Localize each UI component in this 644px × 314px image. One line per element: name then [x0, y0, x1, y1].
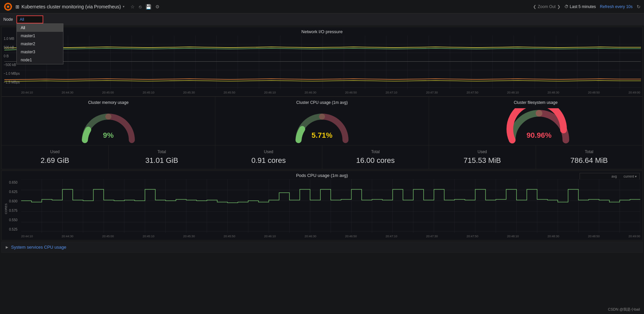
- cpu-gauge-value: 5.71%: [312, 131, 332, 139]
- mem-used-cell: Used 2.69 GiB: [2, 145, 109, 169]
- cpu-used-label: Used: [219, 149, 319, 154]
- node-label: Node: [3, 17, 13, 22]
- share-icon[interactable]: ⎋: [139, 4, 142, 9]
- filesystem-gauge-svg: 90.96%: [505, 108, 573, 145]
- network-chart-area: 1.0 MB 500 kB 0 B −500 kB −1.0 MBps −1.5…: [4, 36, 640, 90]
- collapse-icon: ▶: [6, 245, 8, 249]
- memory-gauge-title: Cluster memory usage: [88, 100, 129, 105]
- fs-total-value: 786.64 MiB: [539, 156, 639, 165]
- cpu-gauge-title: Cluster CPU usage (1m avg): [296, 100, 347, 105]
- y-label-neg1mb: −1.0 MBps: [4, 72, 20, 75]
- time-range-label: Last 5 minutes: [570, 4, 596, 9]
- memory-gauge-container: 9%: [78, 108, 139, 142]
- fs-total-cell: Total 786.64 MiB: [536, 145, 643, 169]
- mem-used-label: Used: [5, 149, 105, 154]
- time-range-picker[interactable]: ⏱ Last 5 minutes: [565, 4, 596, 9]
- fs-total-label: Total: [539, 149, 639, 154]
- mem-used-value: 2.69 GiB: [5, 156, 105, 165]
- refresh-icon[interactable]: ↻: [637, 4, 641, 9]
- node-dropdown-menu: All master1 master2 master3 node1: [16, 23, 63, 64]
- memory-gauge-panel: Cluster memory usage 9%: [2, 97, 215, 145]
- topbar-icons: ☆ ⎋ 💾 ⚙: [130, 4, 160, 9]
- legend-avg-header: avg: [611, 175, 617, 178]
- dropdown-item-master2[interactable]: master2: [17, 40, 63, 48]
- mem-total-label: Total: [112, 149, 212, 154]
- pods-chart-svg: [21, 179, 640, 233]
- dashboard-title-text: Kubernetes cluster monitoring (via Prome…: [21, 4, 121, 9]
- network-io-panel: Network I/O pressure 1.0 MB 500 kB 0 B −…: [1, 27, 643, 97]
- filesystem-gauge-value: 90.96%: [527, 131, 552, 139]
- zoom-control: ❮ Zoom Out ❯: [533, 4, 560, 9]
- topbar: ⊞ Kubernetes cluster monitoring (via Pro…: [0, 0, 644, 13]
- filesystem-gauge-panel: Cluster filesystem usage 90.96%: [429, 97, 642, 145]
- mem-total-cell: Total 31.01 GiB: [109, 145, 216, 169]
- title-dropdown-arrow: ▾: [123, 5, 124, 8]
- y-label-neg15mb: −1.5 MBps: [4, 80, 20, 84]
- cpu-total-value: 16.00 cores: [326, 156, 426, 165]
- mem-total-value: 31.01 GiB: [112, 156, 212, 165]
- fs-used-label: Used: [432, 149, 532, 154]
- system-services-title: System services CPU usage: [11, 245, 66, 250]
- star-icon[interactable]: ☆: [130, 4, 135, 9]
- pods-x-labels: 20:44:10 20:44:30 20:45:00 20:45:10 20:4…: [21, 235, 640, 238]
- svg-point-45: [301, 127, 304, 131]
- settings-icon[interactable]: ⚙: [155, 4, 160, 9]
- topbar-right: ❮ Zoom Out ❯ ⏱ Last 5 minutes Refresh ev…: [533, 4, 641, 9]
- cpu-gauge-panel: Cluster CPU usage (1m avg) 5.71%: [215, 97, 429, 145]
- cpu-total-label: Total: [326, 149, 426, 154]
- system-services-row[interactable]: ▶ System services CPU usage: [1, 242, 643, 253]
- grid-icon: ⊞: [15, 4, 19, 9]
- dropdown-item-all[interactable]: All: [17, 24, 63, 32]
- legend-current-header[interactable]: current ▾: [624, 175, 637, 178]
- stats-row: Used 2.69 GiB Total 31.01 GiB Used 0.91 …: [1, 145, 643, 169]
- svg-point-2: [7, 5, 9, 8]
- cpu-gauge-svg: 5.71%: [292, 108, 352, 145]
- svg-point-44: [87, 128, 90, 131]
- cpu-gauge-container: 5.71%: [292, 108, 352, 142]
- dropdown-item-node1[interactable]: node1: [17, 56, 63, 64]
- save-icon[interactable]: 💾: [146, 4, 151, 9]
- node-selector-row: Node All All master1 master2 master3 nod…: [0, 13, 644, 25]
- pods-cpu-panel: Pods CPU usage (1m avg) avg current ▾ po…: [1, 171, 643, 240]
- topbar-left: ⊞ Kubernetes cluster monitoring (via Pro…: [3, 2, 533, 11]
- zoom-left-btn[interactable]: ❮: [533, 4, 536, 9]
- grafana-logo[interactable]: [3, 2, 13, 11]
- node-dropdown-wrapper: All All master1 master2 master3 node1: [16, 15, 43, 23]
- fs-used-value: 715.53 MiB: [432, 156, 532, 165]
- cpu-used-value: 0.91 cores: [219, 156, 319, 165]
- pods-chart-inner: 20:44:10 20:44:30 20:45:00 20:45:10 20:4…: [21, 179, 640, 238]
- gauge-row: Cluster memory usage 9% Cluster CPU usag…: [1, 97, 643, 145]
- memory-gauge-svg: 9%: [78, 108, 139, 145]
- cpu-used-cell: Used 0.91 cores: [215, 145, 322, 169]
- pods-y-axis-label: CORES: [4, 179, 8, 238]
- pods-chart-wrapper: CORES 0.650 0.625 0.600 0.575 0.550 0.52…: [4, 179, 640, 238]
- cpu-total-cell: Total 16.00 cores: [322, 145, 429, 169]
- network-x-labels: 20:44:10 20:44:30 20:45:00 20:45:10 20:4…: [4, 91, 640, 94]
- time-icon: ⏱: [565, 4, 569, 9]
- network-chart-svg: [4, 36, 641, 89]
- refresh-label[interactable]: Refresh every 10s: [600, 4, 633, 9]
- pods-panel-title: Pods CPU usage (1m avg): [4, 173, 640, 178]
- svg-point-46: [561, 128, 566, 132]
- fs-used-cell: Used 715.53 MiB: [429, 145, 536, 169]
- filesystem-gauge-container: 90.96%: [505, 108, 566, 142]
- pods-y-labels: 0.650 0.625 0.600 0.575 0.550 0.525: [9, 179, 21, 238]
- node-dropdown[interactable]: All: [16, 15, 43, 23]
- legend-header: avg current ▾: [583, 175, 637, 178]
- dropdown-item-master3[interactable]: master3: [17, 48, 63, 56]
- dashboard-title[interactable]: ⊞ Kubernetes cluster monitoring (via Pro…: [15, 4, 124, 9]
- zoom-right-btn[interactable]: ❯: [557, 4, 560, 9]
- network-panel-title: Network I/O pressure: [4, 29, 640, 34]
- memory-gauge-value: 9%: [103, 131, 114, 139]
- filesystem-gauge-title: Cluster filesystem usage: [514, 100, 558, 105]
- zoom-out-label[interactable]: Zoom Out: [538, 4, 555, 9]
- dropdown-item-master1[interactable]: master1: [17, 32, 63, 40]
